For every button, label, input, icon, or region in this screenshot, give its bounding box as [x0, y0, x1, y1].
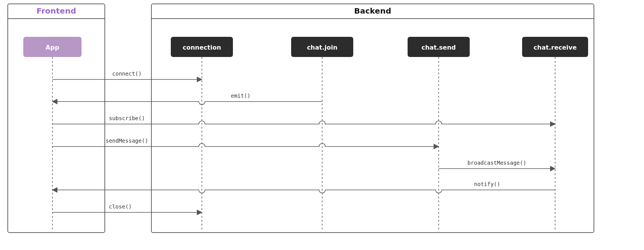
message-notify-label: notify(): [474, 181, 500, 187]
message-emit-label: emit(): [231, 93, 251, 99]
actor-app-label: App: [45, 44, 59, 51]
message-connect-label: connect(): [112, 71, 142, 77]
message-broadcast-label: broadcastMessage(): [467, 160, 526, 166]
sequence-diagram: Frontend Backend App connection chat.joi…: [0, 0, 644, 250]
message-sendmessage-label: sendMessage(): [106, 138, 148, 144]
actor-chat-send: chat.send: [408, 37, 470, 231]
actor-connection-label: connection: [182, 44, 221, 51]
actor-chat-receive-label: chat.receive: [533, 44, 576, 51]
actor-connection: connection: [171, 37, 233, 231]
message-subscribe: subscribe(): [52, 115, 555, 124]
message-close: close(): [52, 203, 202, 212]
message-connect: connect(): [52, 71, 202, 79]
actor-chat-join: chat.join: [291, 37, 353, 231]
message-sendmessage: sendMessage(): [52, 138, 439, 147]
message-broadcast: broadcastMessage(): [439, 160, 555, 169]
frontend-title: Frontend: [36, 6, 76, 16]
backend-title: Backend: [354, 6, 391, 16]
message-subscribe-label: subscribe(): [109, 115, 145, 121]
message-close-label: close(): [109, 203, 132, 210]
actor-app: App: [23, 37, 82, 231]
message-emit: emit(): [52, 93, 322, 105]
message-notify: notify(): [52, 181, 555, 193]
actor-chat-send-label: chat.send: [422, 44, 456, 51]
actor-chat-receive: chat.receive: [522, 37, 588, 231]
actor-chat-join-label: chat.join: [307, 44, 338, 51]
